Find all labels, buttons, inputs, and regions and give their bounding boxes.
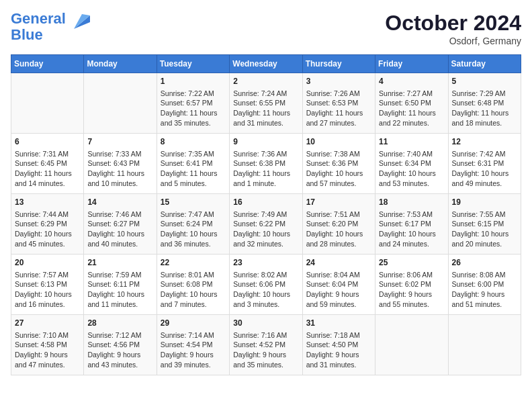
calendar-cell: 18Sunrise: 7:53 AM Sunset: 6:17 PM Dayli…	[375, 194, 448, 255]
calendar-table: SundayMondayTuesdayWednesdayThursdayFrid…	[11, 54, 521, 375]
day-number: 29	[161, 318, 226, 329]
calendar-cell	[11, 73, 84, 134]
day-number: 10	[306, 136, 371, 148]
day-content: Sunrise: 7:44 AM Sunset: 6:29 PM Dayligh…	[15, 210, 80, 249]
calendar-cell: 3Sunrise: 7:26 AM Sunset: 6:53 PM Daylig…	[302, 73, 375, 134]
day-number: 26	[452, 257, 517, 269]
day-content: Sunrise: 7:14 AM Sunset: 4:54 PM Dayligh…	[161, 330, 226, 370]
day-number: 7	[87, 136, 152, 148]
day-number: 28	[87, 318, 152, 329]
day-number: 2	[233, 76, 298, 87]
day-content: Sunrise: 7:31 AM Sunset: 6:45 PM Dayligh…	[15, 149, 80, 189]
day-content: Sunrise: 7:55 AM Sunset: 6:15 PM Dayligh…	[452, 210, 517, 249]
logo-icon	[69, 10, 90, 32]
week-row-2: 6Sunrise: 7:31 AM Sunset: 6:45 PM Daylig…	[11, 134, 521, 194]
weekday-wednesday: Wednesday	[230, 55, 302, 73]
day-number: 16	[233, 197, 298, 208]
calendar-cell: 7Sunrise: 7:33 AM Sunset: 6:43 PM Daylig…	[84, 134, 157, 194]
calendar-cell: 10Sunrise: 7:38 AM Sunset: 6:36 PM Dayli…	[302, 134, 375, 194]
calendar-cell	[375, 315, 448, 375]
calendar-cell: 15Sunrise: 7:47 AM Sunset: 6:24 PM Dayli…	[157, 194, 229, 255]
calendar-cell: 5Sunrise: 7:29 AM Sunset: 6:48 PM Daylig…	[448, 73, 521, 134]
day-content: Sunrise: 7:47 AM Sunset: 6:24 PM Dayligh…	[161, 210, 226, 249]
day-content: Sunrise: 7:46 AM Sunset: 6:27 PM Dayligh…	[87, 210, 152, 249]
day-number: 1	[161, 76, 226, 87]
calendar-cell: 8Sunrise: 7:35 AM Sunset: 6:41 PM Daylig…	[157, 134, 229, 194]
day-content: Sunrise: 8:04 AM Sunset: 6:04 PM Dayligh…	[306, 270, 371, 310]
day-content: Sunrise: 7:12 AM Sunset: 4:56 PM Dayligh…	[87, 330, 152, 370]
day-content: Sunrise: 7:40 AM Sunset: 6:34 PM Dayligh…	[379, 149, 444, 189]
month-title: October 2024	[385, 11, 521, 36]
page-header: General Blue October 2024 Osdorf, German…	[11, 11, 521, 46]
week-row-4: 20Sunrise: 7:57 AM Sunset: 6:13 PM Dayli…	[11, 255, 521, 315]
calendar-cell: 9Sunrise: 7:36 AM Sunset: 6:38 PM Daylig…	[230, 134, 302, 194]
day-number: 11	[379, 136, 444, 148]
title-block: October 2024 Osdorf, Germany	[385, 11, 521, 46]
weekday-sunday: Sunday	[11, 55, 84, 73]
calendar-cell: 28Sunrise: 7:12 AM Sunset: 4:56 PM Dayli…	[84, 315, 157, 375]
weekday-tuesday: Tuesday	[157, 55, 229, 73]
day-number: 5	[452, 76, 517, 87]
calendar-cell: 14Sunrise: 7:46 AM Sunset: 6:27 PM Dayli…	[84, 194, 157, 255]
day-content: Sunrise: 7:53 AM Sunset: 6:17 PM Dayligh…	[379, 210, 444, 249]
day-content: Sunrise: 8:01 AM Sunset: 6:08 PM Dayligh…	[161, 270, 226, 310]
calendar-cell: 30Sunrise: 7:16 AM Sunset: 4:52 PM Dayli…	[230, 315, 302, 375]
week-row-3: 13Sunrise: 7:44 AM Sunset: 6:29 PM Dayli…	[11, 194, 521, 255]
calendar-cell	[448, 315, 521, 375]
day-number: 18	[379, 197, 444, 208]
day-content: Sunrise: 7:24 AM Sunset: 6:55 PM Dayligh…	[233, 89, 298, 128]
day-content: Sunrise: 7:10 AM Sunset: 4:58 PM Dayligh…	[15, 330, 80, 370]
week-row-5: 27Sunrise: 7:10 AM Sunset: 4:58 PM Dayli…	[11, 315, 521, 375]
day-number: 24	[306, 257, 371, 269]
day-content: Sunrise: 7:22 AM Sunset: 6:57 PM Dayligh…	[161, 89, 226, 128]
calendar-cell: 13Sunrise: 7:44 AM Sunset: 6:29 PM Dayli…	[11, 194, 84, 255]
calendar-cell: 20Sunrise: 7:57 AM Sunset: 6:13 PM Dayli…	[11, 255, 84, 315]
day-number: 3	[306, 76, 371, 87]
calendar-cell: 29Sunrise: 7:14 AM Sunset: 4:54 PM Dayli…	[157, 315, 229, 375]
weekday-row: SundayMondayTuesdayWednesdayThursdayFrid…	[11, 55, 521, 73]
day-number: 17	[306, 197, 371, 208]
day-content: Sunrise: 7:29 AM Sunset: 6:48 PM Dayligh…	[452, 89, 517, 128]
calendar-cell	[84, 73, 157, 134]
day-content: Sunrise: 7:18 AM Sunset: 4:50 PM Dayligh…	[306, 330, 371, 370]
calendar-cell: 23Sunrise: 8:02 AM Sunset: 6:06 PM Dayli…	[230, 255, 302, 315]
day-number: 4	[379, 76, 444, 87]
location: Osdorf, Germany	[385, 36, 521, 46]
day-content: Sunrise: 7:26 AM Sunset: 6:53 PM Dayligh…	[306, 89, 371, 128]
calendar-cell: 21Sunrise: 7:59 AM Sunset: 6:11 PM Dayli…	[84, 255, 157, 315]
day-content: Sunrise: 7:57 AM Sunset: 6:13 PM Dayligh…	[15, 270, 80, 310]
day-content: Sunrise: 7:38 AM Sunset: 6:36 PM Dayligh…	[306, 149, 371, 189]
calendar-cell: 16Sunrise: 7:49 AM Sunset: 6:22 PM Dayli…	[230, 194, 302, 255]
calendar-cell: 27Sunrise: 7:10 AM Sunset: 4:58 PM Dayli…	[11, 315, 84, 375]
calendar-cell: 31Sunrise: 7:18 AM Sunset: 4:50 PM Dayli…	[302, 315, 375, 375]
calendar-cell: 22Sunrise: 8:01 AM Sunset: 6:08 PM Dayli…	[157, 255, 229, 315]
day-number: 25	[379, 257, 444, 269]
calendar-cell: 24Sunrise: 8:04 AM Sunset: 6:04 PM Dayli…	[302, 255, 375, 315]
calendar-cell: 26Sunrise: 8:08 AM Sunset: 6:00 PM Dayli…	[448, 255, 521, 315]
day-number: 13	[15, 197, 80, 208]
day-content: Sunrise: 7:51 AM Sunset: 6:20 PM Dayligh…	[306, 210, 371, 249]
weekday-monday: Monday	[84, 55, 157, 73]
calendar-cell: 2Sunrise: 7:24 AM Sunset: 6:55 PM Daylig…	[230, 73, 302, 134]
day-content: Sunrise: 8:02 AM Sunset: 6:06 PM Dayligh…	[233, 270, 298, 310]
weekday-thursday: Thursday	[302, 55, 375, 73]
calendar-cell: 1Sunrise: 7:22 AM Sunset: 6:57 PM Daylig…	[157, 73, 229, 134]
day-number: 30	[233, 318, 298, 329]
day-number: 22	[161, 257, 226, 269]
day-number: 19	[452, 197, 517, 208]
calendar-body: 1Sunrise: 7:22 AM Sunset: 6:57 PM Daylig…	[11, 73, 521, 375]
day-number: 23	[233, 257, 298, 269]
day-number: 6	[15, 136, 80, 148]
day-content: Sunrise: 7:27 AM Sunset: 6:50 PM Dayligh…	[379, 89, 444, 128]
logo-text: General Blue	[11, 11, 66, 43]
calendar-cell: 19Sunrise: 7:55 AM Sunset: 6:15 PM Dayli…	[448, 194, 521, 255]
day-content: Sunrise: 7:42 AM Sunset: 6:31 PM Dayligh…	[452, 149, 517, 189]
day-number: 20	[15, 257, 80, 269]
day-content: Sunrise: 7:33 AM Sunset: 6:43 PM Dayligh…	[87, 149, 152, 189]
calendar-cell: 25Sunrise: 8:06 AM Sunset: 6:02 PM Dayli…	[375, 255, 448, 315]
day-content: Sunrise: 8:08 AM Sunset: 6:00 PM Dayligh…	[452, 270, 517, 310]
day-number: 31	[306, 318, 371, 329]
calendar-cell: 12Sunrise: 7:42 AM Sunset: 6:31 PM Dayli…	[448, 134, 521, 194]
week-row-1: 1Sunrise: 7:22 AM Sunset: 6:57 PM Daylig…	[11, 73, 521, 134]
calendar-header: SundayMondayTuesdayWednesdayThursdayFrid…	[11, 55, 521, 73]
